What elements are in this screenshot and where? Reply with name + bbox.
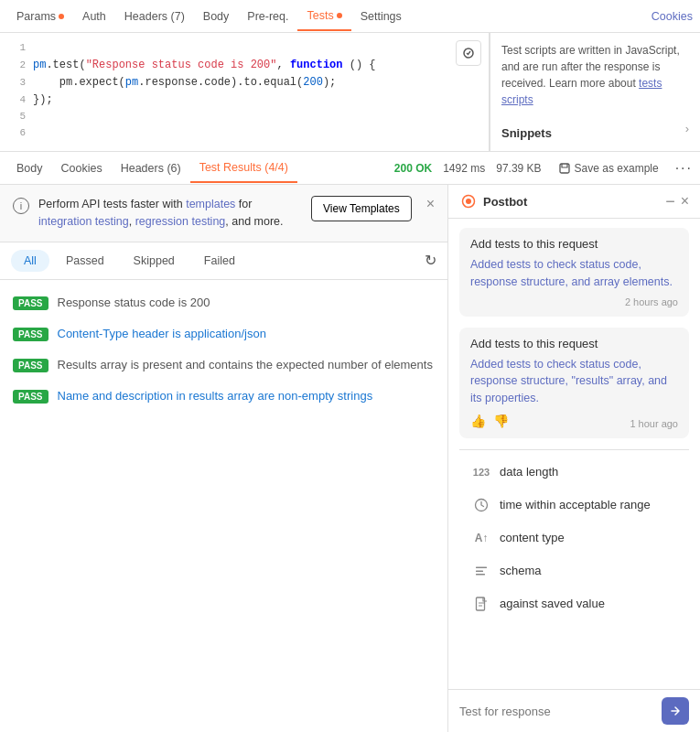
filter-tab-passed[interactable]: Passed: [53, 250, 117, 272]
code-line-6: 6: [0, 125, 448, 142]
chat-response-1: Added tests to check status code, respon…: [470, 356, 678, 407]
pass-badge-0: PASS: [13, 296, 48, 310]
params-dot: [59, 14, 64, 19]
send-btn[interactable]: [662, 697, 689, 725]
code-line-4: 4 });: [0, 92, 448, 109]
banner-text: Perform API tests faster with templates …: [38, 196, 302, 231]
test-label-3: Name and description in results array ar…: [58, 388, 373, 404]
filter-tab-all[interactable]: All: [11, 250, 49, 272]
tab-auth[interactable]: Auth: [73, 3, 115, 30]
tests-dot: [337, 13, 342, 18]
chat-message-1: Add tests to this request Added tests to…: [459, 328, 689, 438]
info-icon: i: [13, 198, 29, 214]
top-nav: Params Auth Headers (7) Body Pre-req. Te…: [0, 0, 700, 33]
status-info: 200 OK 1492 ms 97.39 KB Save as example …: [394, 160, 693, 177]
chat-prompt-0: Add tests to this request: [470, 237, 678, 251]
quick-actions: 123 data length time within acceptable r…: [459, 449, 689, 626]
snippets-title: Snippets: [501, 126, 552, 140]
test-results-list: PASS Response status code is 200 PASS Co…: [0, 280, 447, 733]
save-icon: [558, 162, 571, 175]
view-templates-btn[interactable]: View Templates: [311, 196, 412, 221]
template-banner: i Perform API tests faster with template…: [0, 185, 447, 242]
code-line-1: 1: [0, 40, 448, 57]
refresh-btn[interactable]: ↻: [425, 252, 436, 269]
chat-input[interactable]: [459, 705, 654, 718]
pass-badge-2: PASS: [13, 359, 48, 372]
test-item-3: PASS Name and description in results arr…: [0, 381, 447, 412]
schema-icon: [472, 562, 490, 580]
test-label-2: Results array is present and contains th…: [58, 357, 433, 373]
filter-tabs: All Passed Skipped Failed ↻: [0, 242, 447, 280]
test-label-1: Content-Type header is application/json: [58, 326, 266, 342]
filter-tab-failed[interactable]: Failed: [191, 250, 248, 272]
test-label-0: Response status code is 200: [58, 295, 210, 311]
chat-time-0: 2 hours ago: [470, 296, 678, 307]
postbot-icon: [459, 192, 478, 210]
svg-point-3: [466, 199, 471, 204]
clock-icon: [472, 496, 490, 514]
tab-body[interactable]: Body: [194, 3, 239, 30]
resp-tab-headers[interactable]: Headers (6): [112, 155, 190, 182]
chat-prompt-1: Add tests to this request: [470, 337, 678, 350]
thumbs-down-btn[interactable]: 👎: [493, 414, 509, 428]
pass-badge-3: PASS: [13, 390, 48, 404]
svg-rect-6: [476, 570, 483, 572]
content-type-icon: A↑: [472, 529, 490, 547]
quick-item-saved-value[interactable]: against saved value: [459, 587, 689, 620]
quick-item-schema[interactable]: schema: [459, 554, 689, 587]
svg-rect-7: [476, 574, 485, 576]
code-line-2: 2 pm.test("Response status code is 200",…: [0, 57, 448, 74]
quick-item-data-length[interactable]: 123 data length: [459, 456, 689, 489]
send-icon: [670, 705, 681, 716]
tab-settings[interactable]: Settings: [351, 3, 411, 30]
magic-icon: [462, 47, 475, 59]
postbot-header: Postbot − ×: [448, 185, 700, 219]
pass-badge-1: PASS: [13, 328, 48, 341]
quick-item-content-type[interactable]: A↑ content type: [459, 522, 689, 554]
tab-params[interactable]: Params: [7, 3, 73, 30]
status-code: 200 OK: [394, 162, 432, 175]
tab-tests[interactable]: Tests: [297, 2, 350, 31]
snippets-panel: Test scripts are written in JavaScript, …: [490, 33, 700, 151]
postbot-minimize-btn[interactable]: −: [665, 193, 675, 210]
chat-feedback: 👍 👎: [470, 414, 509, 428]
code-action-btn[interactable]: [456, 40, 481, 66]
save-example-btn[interactable]: Save as example: [553, 160, 664, 177]
response-tabs: Body Cookies Headers (6) Test Results (4…: [0, 152, 700, 185]
data-length-icon: 123: [472, 463, 490, 481]
test-item-1: PASS Content-Type header is application/…: [0, 318, 447, 350]
test-item-0: PASS Response status code is 200: [0, 287, 447, 318]
postbot-title: Postbot: [483, 195, 660, 209]
postbot-panel: Postbot − × Add tests to this request Ad…: [448, 185, 700, 732]
resp-tab-test-results[interactable]: Test Results (4/4): [190, 154, 297, 183]
code-editor[interactable]: 1 2 pm.test("Response status code is 200…: [0, 33, 448, 151]
tab-prereq[interactable]: Pre-req.: [238, 3, 297, 30]
resp-tab-cookies[interactable]: Cookies: [52, 155, 112, 182]
filter-tab-skipped[interactable]: Skipped: [121, 250, 188, 272]
chat-time-1: 1 hour ago: [509, 418, 678, 429]
left-panel: i Perform API tests faster with template…: [0, 185, 448, 732]
close-banner-btn[interactable]: ×: [426, 196, 435, 212]
response-size: 97.39 KB: [496, 162, 541, 175]
code-line-3: 3 pm.expect(pm.response.code).to.equal(2…: [0, 74, 448, 92]
chat-area: Add tests to this request Added tests to…: [448, 219, 700, 689]
thumbs-up-btn[interactable]: 👍: [470, 414, 486, 428]
file-icon: [472, 595, 490, 613]
response-time: 1492 ms: [443, 162, 485, 175]
cookies-tab[interactable]: Cookies: [652, 10, 693, 23]
code-line-5: 5: [0, 109, 448, 125]
tab-headers[interactable]: Headers (7): [115, 3, 194, 30]
more-options-btn[interactable]: ···: [675, 160, 693, 177]
chat-message-0: Add tests to this request Added tests to…: [459, 228, 689, 317]
test-item-2: PASS Results array is present and contai…: [0, 350, 447, 381]
chat-response-0: Added tests to check status code, respon…: [470, 256, 678, 291]
svg-rect-5: [476, 566, 487, 568]
main-content: i Perform API tests faster with template…: [0, 185, 700, 732]
quick-item-time[interactable]: time within acceptable range: [459, 489, 689, 522]
resp-tab-body[interactable]: Body: [7, 155, 52, 182]
snippets-chevron[interactable]: ›: [685, 122, 689, 135]
postbot-close-btn[interactable]: ×: [681, 193, 689, 210]
code-area: 1 2 pm.test("Response status code is 200…: [0, 33, 700, 152]
chat-input-area: [448, 689, 700, 732]
